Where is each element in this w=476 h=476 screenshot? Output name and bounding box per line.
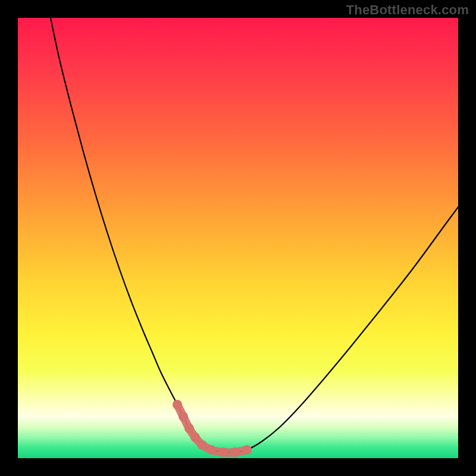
marker-dot bbox=[190, 433, 200, 442]
plot-area bbox=[18, 18, 458, 458]
watermark-text: TheBottleneck.com bbox=[346, 2, 469, 18]
marker-dot bbox=[184, 424, 194, 433]
marker-dot bbox=[206, 445, 216, 455]
bottleneck-curve bbox=[51, 18, 458, 453]
marker-dot bbox=[242, 445, 252, 455]
marker-dot bbox=[198, 440, 207, 450]
chart-frame: TheBottleneck.com bbox=[0, 0, 476, 476]
marker-dot bbox=[178, 412, 188, 421]
marker-dot bbox=[230, 447, 240, 457]
curve-layer bbox=[18, 18, 458, 458]
marker-dot bbox=[218, 447, 228, 457]
marker-dot bbox=[173, 400, 182, 409]
